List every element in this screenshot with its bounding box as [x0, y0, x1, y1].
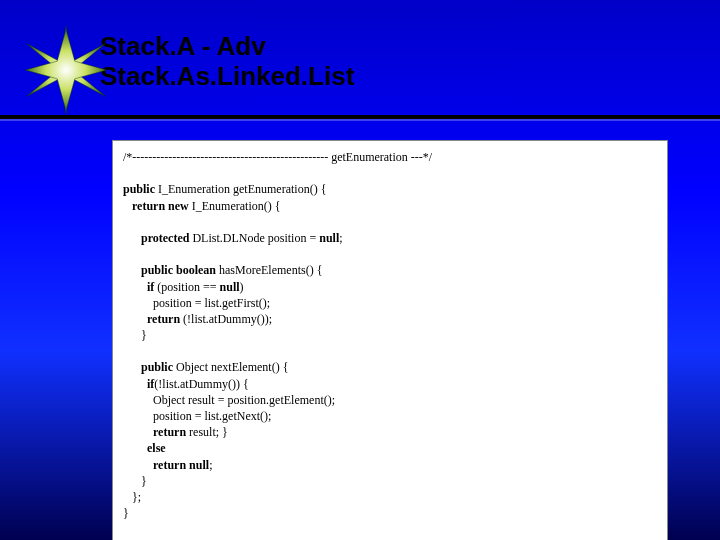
slide-title: Stack.A - Adv Stack.As.Linked.List — [100, 32, 354, 92]
header-divider — [0, 115, 720, 119]
code-block: /*--------------------------------------… — [123, 149, 657, 540]
code-panel: /*--------------------------------------… — [112, 140, 668, 540]
star-bullet-icon — [22, 26, 110, 114]
code-comment-top: /*--------------------------------------… — [123, 150, 432, 164]
title-line-2: Stack.As.Linked.List — [100, 62, 354, 92]
title-line-1: Stack.A - Adv — [100, 32, 354, 62]
slide-header: Stack.A - Adv Stack.As.Linked.List — [0, 32, 720, 92]
slide: Stack.A - Adv Stack.As.Linked.List /*---… — [0, 0, 720, 540]
svg-marker-1 — [26, 30, 107, 111]
